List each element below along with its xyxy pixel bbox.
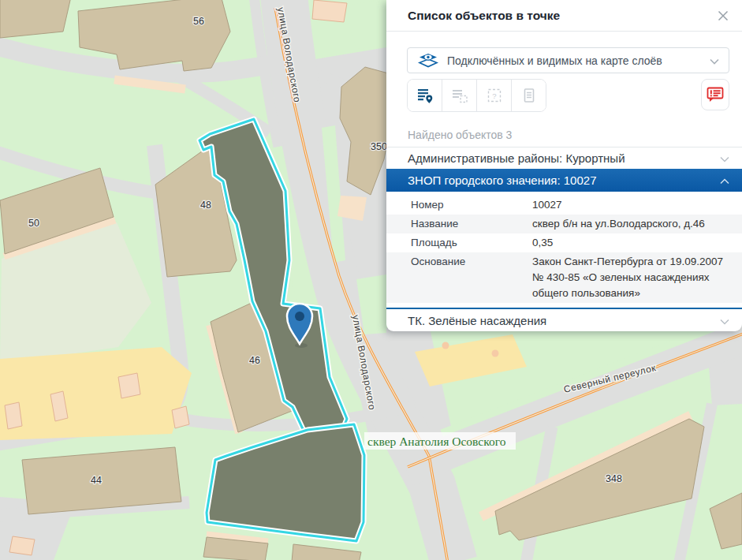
identify-area-question-button[interactable]: ?: [476, 80, 511, 111]
field-label: Площадь: [411, 235, 532, 251]
identify-mode-group: ?: [407, 79, 546, 112]
house-number-44: 44: [91, 475, 102, 486]
table-row: Название сквер б/н на ул.Володарского, д…: [386, 215, 742, 233]
app-window: улица Володарского улица Володарского Се…: [0, 0, 742, 560]
house-number-350: 350: [371, 141, 387, 152]
layers-filter-value: Подключённых и видимых на карте слоёв: [447, 54, 710, 67]
object-report-button[interactable]: [511, 80, 546, 111]
found-objects-count: Найдено объектов 3: [408, 129, 729, 142]
layers-filter-dropdown[interactable]: Подключённых и видимых на карте слоёв: [407, 47, 729, 73]
close-icon[interactable]: [718, 10, 729, 21]
chevron-down-icon: [720, 151, 729, 165]
accordion-tk-green[interactable]: ТК. Зелёные насаждения: [386, 309, 742, 331]
objects-in-area-button[interactable]: [442, 80, 476, 111]
table-row: Площадь 0,35: [386, 233, 742, 252]
objects-at-point-button[interactable]: [408, 80, 442, 111]
znop-attributes-table: Номер 10027 Название сквер б/н на ул.Вол…: [386, 192, 742, 303]
accordion-admin-districts[interactable]: Административные районы: Курортный: [386, 147, 742, 169]
layers-eye-icon: [417, 53, 439, 68]
house-number-348: 348: [606, 473, 622, 484]
panel-toolbar: ?: [407, 79, 729, 112]
house-number-50: 50: [28, 218, 39, 229]
house-number-56: 56: [193, 16, 204, 27]
park-name-label: сквер Анатолия Осовского: [367, 435, 506, 448]
chevron-down-icon: [720, 314, 729, 327]
field-value: сквер б/н на ул.Володарского, д.46: [532, 216, 729, 232]
house-number-46: 46: [249, 355, 260, 366]
table-row: Номер 10027: [386, 192, 742, 215]
field-label: Номер: [411, 197, 532, 213]
field-value: Закон Санкт-Петербурга от 19.09.2007 № 4…: [532, 254, 729, 301]
field-label: Название: [411, 216, 532, 232]
field-value: 0,35: [532, 235, 729, 251]
panel-header: Список объектов в точке: [386, 0, 742, 32]
svg-text:?: ?: [492, 91, 496, 100]
field-label: Основание: [411, 254, 532, 301]
chevron-down-icon: [710, 54, 719, 68]
chevron-up-icon: [720, 174, 729, 187]
table-row: Основание Закон Санкт-Петербурга от 19.0…: [386, 252, 742, 303]
accordion-label: ЗНОП городского значения: 10027: [408, 174, 720, 187]
panel-title: Список объектов в точке: [408, 9, 718, 23]
objects-at-point-panel: Список объектов в точке Подключённых и в…: [386, 0, 742, 331]
house-number-48: 48: [200, 200, 211, 211]
field-value: 10027: [532, 197, 729, 213]
accordion-znop-header[interactable]: ЗНОП городского значения: 10027: [386, 169, 742, 192]
accordion-label: ТК. Зелёные насаждения: [408, 314, 720, 327]
report-error-button[interactable]: [701, 79, 729, 110]
accordion-label: Административные районы: Курортный: [408, 151, 720, 165]
